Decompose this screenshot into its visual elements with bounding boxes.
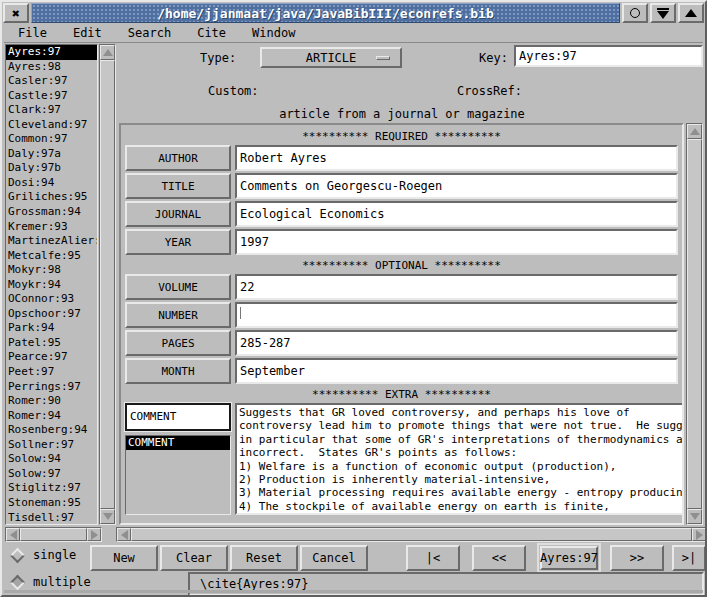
field-row-volume: VOLUME — [125, 274, 678, 300]
comment-textarea[interactable]: Suggests that GR loved controversy, and … — [237, 405, 684, 513]
list-item[interactable]: Rosenberg:94 — [6, 423, 97, 438]
reset-button[interactable]: Reset — [230, 545, 298, 571]
extra-field-name-input[interactable]: COMMENT — [125, 403, 231, 431]
iconify-button[interactable] — [650, 3, 676, 23]
volume-field-button[interactable]: VOLUME — [125, 274, 231, 300]
comment-editor: Suggests that GR loved controversy, and … — [235, 403, 684, 515]
title-input[interactable] — [235, 173, 678, 199]
list-item[interactable]: Patel:95 — [6, 336, 97, 351]
extra-list-item[interactable]: COMMENT — [126, 436, 230, 450]
list-item[interactable]: OConnor:93 — [6, 292, 97, 307]
list-item[interactable]: Daly:97b — [6, 161, 97, 176]
list-item[interactable]: Kremer:93 — [6, 220, 97, 235]
clear-button[interactable]: Clear — [160, 545, 228, 571]
title-field-button[interactable]: TITLE — [125, 173, 231, 199]
new-button[interactable]: New — [90, 545, 158, 571]
list-item[interactable]: Metcalfe:95 — [6, 249, 97, 264]
scrollbar-left-arrow[interactable] — [117, 528, 131, 541]
menu-window[interactable]: Window — [252, 26, 295, 40]
iconify-icon — [657, 8, 669, 19]
mode-multiple[interactable]: multiple — [12, 575, 91, 589]
key-input[interactable] — [514, 45, 703, 67]
list-item[interactable]: Mokyr:98 — [6, 263, 97, 278]
list-item[interactable]: Cleveland:97 — [6, 118, 97, 133]
list-item[interactable]: Perrings:97 — [6, 380, 97, 395]
list-item[interactable]: Solow:97 — [6, 467, 97, 482]
list-item[interactable]: Romer:94 — [6, 409, 97, 424]
list-item[interactable]: Griliches:95 — [6, 190, 97, 205]
list-item[interactable]: Opschoor:97 — [6, 307, 97, 322]
maximize-button[interactable] — [678, 3, 704, 23]
pages-input[interactable] — [235, 330, 678, 356]
list-item[interactable]: MartinezAlier:9 — [6, 234, 97, 249]
scrollbar-up-arrow[interactable] — [687, 124, 702, 139]
list-item[interactable]: Park:94 — [6, 321, 97, 336]
list-item[interactable]: Castle:97 — [6, 89, 97, 104]
pages-field-button[interactable]: PAGES — [125, 330, 231, 356]
entry-form: ********** REQUIRED ********** AUTHOR TI… — [119, 123, 684, 525]
number-field-button[interactable]: NUMBER — [125, 302, 231, 328]
scrollbar-left-arrow[interactable] — [6, 528, 20, 541]
type-option-menu[interactable]: ARTICLE — [260, 47, 402, 68]
list-item[interactable]: Dosi:94 — [6, 176, 97, 191]
list-item[interactable]: Moykr:94 — [6, 278, 97, 293]
year-field-button[interactable]: YEAR — [125, 229, 231, 255]
author-field-button[interactable]: AUTHOR — [125, 145, 231, 171]
scrollbar-thumb[interactable] — [687, 139, 702, 509]
number-input[interactable] — [235, 302, 678, 328]
list-item[interactable]: Stoneman:95 — [6, 496, 97, 511]
scrollbar-down-arrow[interactable] — [100, 509, 115, 524]
extra-field-list: COMMENT — [125, 435, 231, 515]
window-title[interactable]: /home/jjanmaat/java/JavaBibIII/econrefs.… — [31, 3, 620, 23]
journal-input[interactable] — [235, 201, 678, 227]
list-item[interactable]: Ayres:97 — [6, 45, 97, 60]
form-vertical-scrollbar[interactable] — [686, 123, 703, 525]
scrollbar-up-arrow[interactable] — [100, 45, 115, 60]
menu-search[interactable]: Search — [128, 26, 171, 40]
list-item[interactable]: Daly:97a — [6, 147, 97, 162]
list-item[interactable]: Tisdell:97 — [6, 511, 97, 526]
list-item[interactable]: Grossman:94 — [6, 205, 97, 220]
scrollbar-thumb[interactable] — [20, 528, 87, 541]
field-row-title: TITLE — [125, 173, 678, 199]
list-item[interactable]: Ayres:98 — [6, 60, 97, 75]
nav-next-button[interactable]: >> — [610, 545, 664, 571]
list-item[interactable]: Clark:97 — [6, 103, 97, 118]
cancel-button[interactable]: Cancel — [300, 545, 368, 571]
journal-field-button[interactable]: JOURNAL — [125, 201, 231, 227]
nav-first-button[interactable]: |< — [406, 545, 460, 571]
list-item[interactable]: Pearce:97 — [6, 350, 97, 365]
nav-current-button[interactable]: Ayres:97 — [540, 546, 598, 570]
list-item[interactable]: Sollner:97 — [6, 438, 97, 453]
extra-field-column: COMMENT COMMENT — [125, 403, 231, 515]
menu-edit[interactable]: Edit — [73, 26, 102, 40]
list-item[interactable]: Solow:94 — [6, 452, 97, 467]
list-item[interactable]: Common:97 — [6, 132, 97, 147]
menu-file[interactable]: File — [18, 26, 47, 40]
month-input[interactable] — [235, 358, 678, 384]
year-input[interactable] — [235, 229, 678, 255]
list-item[interactable]: Romer:90 — [6, 394, 97, 409]
scrollbar-thumb[interactable] — [100, 60, 115, 509]
list-item[interactable]: Stiglitz:97 — [6, 481, 97, 496]
scrollbar-right-arrow[interactable] — [692, 528, 706, 541]
month-field-button[interactable]: MONTH — [125, 358, 231, 384]
nav-prev-button[interactable]: << — [472, 545, 526, 571]
nav-last-button[interactable]: >| — [672, 545, 706, 571]
list-item[interactable]: Peet:97 — [6, 365, 97, 380]
window-menu-button[interactable] — [622, 3, 648, 23]
scrollbar-right-arrow[interactable] — [87, 528, 101, 541]
scrollbar-down-arrow[interactable] — [687, 509, 702, 524]
mode-multiple-label: multiple — [33, 575, 91, 589]
type-value: ARTICLE — [306, 51, 357, 65]
volume-input[interactable] — [235, 274, 678, 300]
list-item[interactable]: Casler:97 — [6, 74, 97, 89]
sidebar-horizontal-scrollbar[interactable] — [5, 527, 102, 542]
sidebar-vertical-scrollbar[interactable] — [99, 44, 116, 525]
menu-cite[interactable]: Cite — [197, 26, 226, 40]
author-input[interactable] — [235, 145, 678, 171]
mode-single[interactable]: single — [12, 548, 76, 562]
form-horizontal-scrollbar[interactable] — [116, 527, 707, 542]
scrollbar-thumb[interactable] — [131, 528, 692, 541]
close-button[interactable]: ✖ — [3, 3, 29, 23]
